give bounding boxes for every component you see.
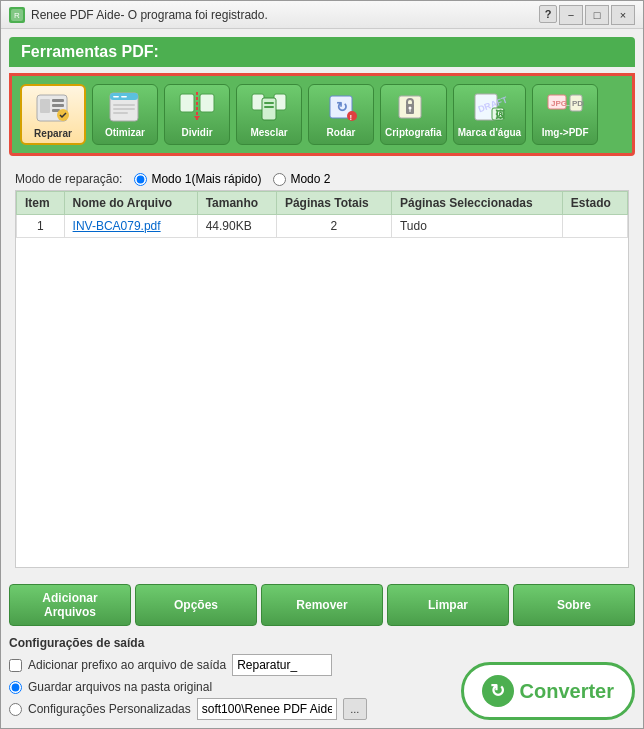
help-button[interactable]: ? bbox=[539, 5, 557, 23]
custom-config-radio[interactable] bbox=[9, 703, 22, 716]
svg-text:R: R bbox=[14, 11, 20, 20]
save-original-label: Guardar arquivos na pasta original bbox=[28, 680, 212, 694]
mode2-radio-group[interactable]: Modo 2 bbox=[273, 172, 330, 186]
col-selected-pages: Páginas Seleccionadas bbox=[391, 192, 562, 215]
col-filename: Nome do Arquivo bbox=[64, 192, 197, 215]
tool-otimizar-label: Otimizar bbox=[105, 127, 145, 138]
repair-mode-label: Modo de reparação: bbox=[15, 172, 122, 186]
tool-rodar-label: Rodar bbox=[327, 127, 356, 138]
col-state: Estado bbox=[562, 192, 627, 215]
tool-dividir[interactable]: Dividir bbox=[164, 84, 230, 145]
save-original-row: Guardar arquivos na pasta original bbox=[9, 680, 453, 694]
convert-icon: ↻ bbox=[482, 675, 514, 707]
browse-button[interactable]: ... bbox=[343, 698, 367, 720]
tool-criptografia-label: Criptografia bbox=[385, 127, 442, 138]
maximize-button[interactable]: □ bbox=[585, 5, 609, 25]
svg-rect-14 bbox=[113, 112, 128, 114]
custom-path-input[interactable] bbox=[197, 698, 337, 720]
col-item: Item bbox=[17, 192, 65, 215]
add-files-button[interactable]: Adicionar Arquivos bbox=[9, 584, 131, 626]
tool-mesclar[interactable]: Mesclar bbox=[236, 84, 302, 145]
clear-button[interactable]: Limpar bbox=[387, 584, 509, 626]
tool-marcadagua-label: Marca d'água bbox=[458, 127, 522, 138]
cell-state bbox=[562, 215, 627, 238]
svg-text:!: ! bbox=[350, 113, 353, 122]
svg-rect-12 bbox=[113, 104, 135, 106]
col-size: Tamanho bbox=[197, 192, 276, 215]
table-row[interactable]: 1 INV-BCA079.pdf 44.90KB 2 Tudo bbox=[17, 215, 628, 238]
cell-item: 1 bbox=[17, 215, 65, 238]
prefix-input[interactable] bbox=[232, 654, 332, 676]
remove-button[interactable]: Remover bbox=[261, 584, 383, 626]
tool-reparar-label: Reparar bbox=[34, 128, 72, 139]
save-original-radio[interactable] bbox=[9, 681, 22, 694]
dividir-icon bbox=[177, 89, 217, 125]
col-total-pages: Páginas Totais bbox=[276, 192, 391, 215]
about-button[interactable]: Sobre bbox=[513, 584, 635, 626]
cell-selected-pages: Tudo bbox=[391, 215, 562, 238]
main-content: Ferramentas PDF: Reparar bbox=[1, 29, 643, 728]
output-config: Configurações de saída Adicionar prefixo… bbox=[9, 636, 453, 720]
svg-rect-31 bbox=[410, 109, 411, 112]
svg-text:↻: ↻ bbox=[336, 99, 348, 115]
svg-rect-5 bbox=[52, 104, 64, 107]
svg-rect-11 bbox=[121, 96, 127, 98]
minimize-button[interactable]: − bbox=[559, 5, 583, 25]
otimizar-icon bbox=[105, 89, 145, 125]
custom-config-label: Configurações Personalizadas bbox=[28, 702, 191, 716]
tool-criptografia[interactable]: Criptografia bbox=[380, 84, 447, 145]
prefix-label: Adicionar prefixo ao arquivo de saída bbox=[28, 658, 226, 672]
reparar-icon bbox=[33, 90, 73, 126]
file-table: Item Nome do Arquivo Tamanho Páginas Tot… bbox=[16, 191, 628, 238]
tool-rodar[interactable]: ↻ ! Rodar bbox=[308, 84, 374, 145]
svg-text:PDF: PDF bbox=[572, 99, 584, 108]
mesclar-icon bbox=[249, 89, 289, 125]
svg-rect-10 bbox=[113, 96, 119, 98]
tool-reparar[interactable]: Reparar bbox=[20, 84, 86, 145]
app-icon: R bbox=[9, 7, 25, 23]
window-title: Renee PDF Aide- O programa foi registrad… bbox=[31, 8, 535, 22]
svg-rect-22 bbox=[264, 106, 274, 108]
imgpdf-icon: JPG → PDF bbox=[545, 89, 585, 125]
prefix-checkbox[interactable] bbox=[9, 659, 22, 672]
tool-marcadagua[interactable]: DRAFT 🖼 Marca d'água bbox=[453, 84, 527, 145]
tool-mesclar-label: Mesclar bbox=[250, 127, 287, 138]
cell-total-pages: 2 bbox=[276, 215, 391, 238]
svg-rect-15 bbox=[180, 94, 194, 112]
svg-rect-3 bbox=[40, 99, 50, 113]
table-empty-space bbox=[16, 238, 628, 438]
output-config-title: Configurações de saída bbox=[9, 636, 453, 650]
mode1-label: Modo 1(Mais rápido) bbox=[151, 172, 261, 186]
tool-imgpdf[interactable]: JPG → PDF Img->PDF bbox=[532, 84, 598, 145]
criptografia-icon bbox=[393, 89, 433, 125]
cell-size: 44.90KB bbox=[197, 215, 276, 238]
prefix-row: Adicionar prefixo ao arquivo de saída bbox=[9, 654, 453, 676]
svg-rect-16 bbox=[200, 94, 214, 112]
convert-button[interactable]: ↻ Converter bbox=[461, 662, 635, 720]
svg-rect-21 bbox=[264, 102, 274, 104]
main-window: R Renee PDF Aide- O programa foi registr… bbox=[0, 0, 644, 729]
cell-filename[interactable]: INV-BCA079.pdf bbox=[64, 215, 197, 238]
repair-panel: Modo de reparação: Modo 1(Mais rápido) M… bbox=[9, 162, 635, 574]
rodar-icon: ↻ ! bbox=[321, 89, 361, 125]
custom-config-row: Configurações Personalizadas ... bbox=[9, 698, 453, 720]
svg-rect-4 bbox=[52, 99, 64, 102]
bottom-area: Configurações de saída Adicionar prefixo… bbox=[9, 636, 635, 720]
mode1-radio[interactable] bbox=[134, 173, 147, 186]
svg-rect-20 bbox=[262, 98, 276, 120]
bottom-buttons: Adicionar Arquivos Opções Remover Limpar… bbox=[9, 584, 635, 626]
file-table-container: Item Nome do Arquivo Tamanho Páginas Tot… bbox=[15, 190, 629, 568]
svg-text:🖼: 🖼 bbox=[495, 109, 505, 120]
tool-dividir-label: Dividir bbox=[181, 127, 212, 138]
convert-button-label: Converter bbox=[520, 680, 614, 703]
tool-imgpdf-label: Img->PDF bbox=[542, 127, 589, 138]
marcadagua-icon: DRAFT 🖼 bbox=[469, 89, 509, 125]
tool-otimizar[interactable]: Otimizar bbox=[92, 84, 158, 145]
mode2-radio[interactable] bbox=[273, 173, 286, 186]
convert-icon-symbol: ↻ bbox=[490, 680, 505, 702]
options-button[interactable]: Opções bbox=[135, 584, 257, 626]
window-controls: ? − □ × bbox=[535, 5, 635, 25]
mode1-radio-group[interactable]: Modo 1(Mais rápido) bbox=[134, 172, 261, 186]
close-button[interactable]: × bbox=[611, 5, 635, 25]
svg-rect-13 bbox=[113, 108, 135, 110]
